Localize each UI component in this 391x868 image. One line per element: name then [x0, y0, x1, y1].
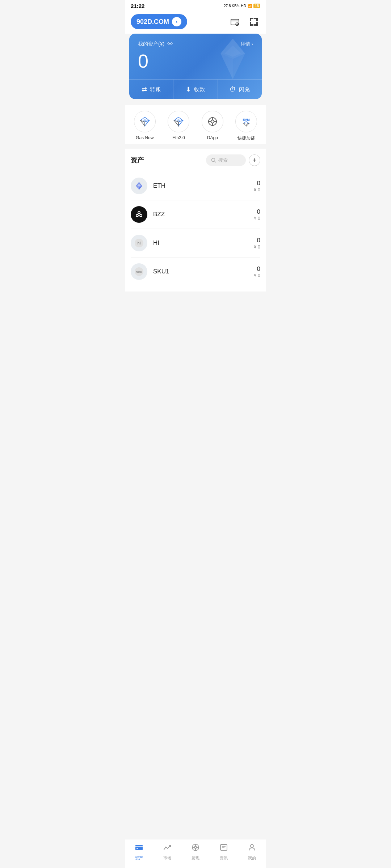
brand-label: 902D.COM — [136, 18, 169, 26]
sku1-name: SKU1 — [153, 268, 254, 275]
svg-point-45 — [140, 215, 142, 216]
asset-item-bzz[interactable]: BZZ 0 ¥ 0 — [131, 200, 260, 229]
bzz-coin-icon — [131, 206, 147, 223]
quick-item-eth2[interactable]: Eth2.0 — [168, 111, 189, 141]
svg-point-53 — [194, 846, 197, 848]
header-actions — [228, 15, 260, 28]
svg-text:SKU: SKU — [136, 271, 142, 274]
market-nav-icon — [163, 843, 172, 854]
eth-diamond-bg — [211, 37, 255, 81]
discover-nav-icon — [191, 843, 200, 854]
swap-label: 闪兑 — [239, 86, 250, 93]
scan-icon[interactable] — [247, 15, 260, 28]
dapp-icon — [202, 111, 223, 132]
eth2-label: Eth2.0 — [172, 135, 185, 140]
sku1-fiat: ¥ 0 — [254, 273, 260, 278]
header: 902D.COM › — [125, 10, 266, 34]
profile-nav-icon — [248, 843, 256, 854]
search-area: 搜索 + — [206, 154, 260, 166]
add-asset-button[interactable]: + — [249, 154, 260, 166]
svg-text:EVM: EVM — [243, 118, 250, 122]
quick-item-evm[interactable]: EVM 快捷加链 — [235, 111, 257, 141]
eth-coin-icon — [131, 178, 147, 194]
svg-marker-18 — [140, 120, 145, 126]
news-nav-icon — [219, 843, 228, 854]
asset-section-header: 资产 搜索 + — [131, 154, 260, 166]
search-input[interactable]: 搜索 — [206, 154, 246, 166]
nav-item-profile[interactable]: 我的 — [241, 843, 263, 861]
receive-label: 收款 — [194, 86, 205, 93]
sku1-coin-icon: SKU — [131, 263, 147, 280]
eth-amount: 0 — [254, 180, 260, 187]
eth-fiat: ¥ 0 — [254, 187, 260, 192]
eth2-icon — [168, 111, 189, 132]
wallet-add-icon[interactable] — [228, 15, 241, 28]
bzz-amount: 0 — [254, 208, 260, 216]
section-title: 资产 — [131, 156, 144, 165]
svg-rect-50 — [135, 845, 143, 850]
evm-icon: EVM — [235, 111, 257, 132]
profile-nav-label: 我的 — [248, 855, 256, 861]
asset-item-hi[interactable]: hi HI 0 ¥ 0 — [131, 229, 260, 258]
assets-nav-label: 资产 — [135, 855, 143, 861]
transfer-label: 转账 — [150, 86, 161, 93]
discover-nav-label: 发现 — [192, 855, 199, 861]
bottom-nav: 资产 市场 发现 — [125, 839, 266, 868]
svg-point-34 — [212, 158, 215, 162]
nav-item-market[interactable]: 市场 — [156, 843, 178, 861]
hi-value: 0 ¥ 0 — [254, 237, 260, 250]
eth-name: ETH — [153, 182, 254, 190]
svg-point-25 — [211, 120, 214, 123]
svg-point-44 — [136, 215, 138, 216]
svg-marker-17 — [145, 120, 149, 126]
swap-icon: ⏱ — [230, 86, 236, 93]
asset-item-eth[interactable]: ETH 0 ¥ 0 — [131, 172, 260, 200]
nav-item-assets[interactable]: 资产 — [128, 843, 150, 861]
battery-icon: 18 — [253, 4, 260, 8]
news-nav-label: 资讯 — [220, 855, 228, 861]
brand-arrow-icon: › — [172, 17, 181, 26]
hi-coin-icon: hi — [131, 235, 147, 251]
quick-menu: Gas Now Eth2.0 DApp — [125, 105, 266, 144]
svg-marker-21 — [178, 120, 183, 126]
hi-fiat: ¥ 0 — [254, 244, 260, 250]
sku1-amount: 0 — [254, 265, 260, 273]
gas-now-icon — [134, 111, 156, 132]
quick-item-gas[interactable]: Gas Now — [134, 111, 156, 141]
transfer-action[interactable]: ⇄ 转账 — [129, 80, 173, 99]
transfer-icon: ⇄ — [142, 85, 147, 93]
receive-action[interactable]: ⬇ 收款 — [173, 80, 218, 99]
asset-section: 资产 搜索 + ETH — [125, 149, 266, 292]
svg-marker-23 — [176, 119, 181, 121]
svg-marker-33 — [243, 123, 246, 126]
speed-text: 27.8 KB/s — [224, 4, 239, 8]
hi-name: HI — [153, 239, 254, 247]
svg-point-51 — [136, 848, 138, 849]
search-icon — [211, 158, 216, 163]
search-placeholder: 搜索 — [218, 157, 228, 163]
svg-point-43 — [138, 212, 140, 213]
sku1-value: 0 ¥ 0 — [254, 265, 260, 278]
eth-value: 0 ¥ 0 — [254, 180, 260, 192]
brand-button[interactable]: 902D.COM › — [131, 14, 187, 29]
nav-item-news[interactable]: 资讯 — [213, 843, 235, 861]
assets-nav-icon — [135, 843, 143, 854]
svg-marker-22 — [174, 120, 178, 126]
card-actions: ⇄ 转账 ⬇ 收款 ⏱ 闪兑 — [129, 79, 262, 99]
eye-icon[interactable]: 👁 — [167, 41, 173, 47]
quick-item-dapp[interactable]: DApp — [202, 111, 223, 141]
status-time: 21:22 — [131, 3, 144, 9]
nav-item-discover[interactable]: 发现 — [185, 843, 206, 861]
bzz-fiat: ¥ 0 — [254, 216, 260, 221]
hi-amount: 0 — [254, 237, 260, 244]
bzz-value: 0 ¥ 0 — [254, 208, 260, 221]
svg-marker-19 — [143, 119, 147, 121]
receive-icon: ⬇ — [186, 85, 191, 93]
gas-now-label: Gas Now — [136, 135, 154, 140]
dapp-label: DApp — [207, 135, 218, 140]
svg-marker-32 — [246, 123, 249, 126]
svg-point-61 — [251, 844, 253, 847]
asset-item-sku1[interactable]: SKU SKU1 0 ¥ 0 — [131, 258, 260, 286]
svg-text:hi: hi — [138, 241, 141, 245]
swap-action[interactable]: ⏱ 闪兑 — [218, 80, 262, 99]
